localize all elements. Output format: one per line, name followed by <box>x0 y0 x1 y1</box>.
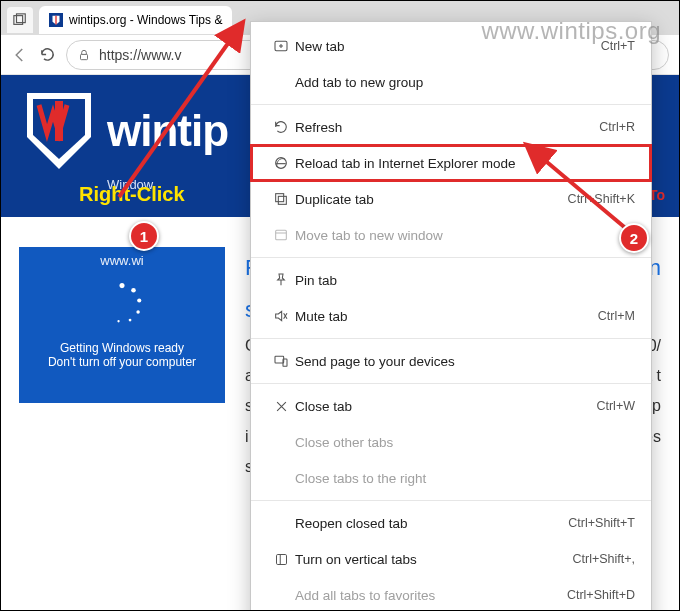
wintips-logo-icon <box>19 87 99 175</box>
lbl: Reopen closed tab <box>295 516 568 531</box>
separator <box>251 338 651 339</box>
svg-point-6 <box>131 288 136 293</box>
sc: Ctrl+Shift+, <box>572 552 635 566</box>
menu-add-favorites: Add all tabs to favorites Ctrl+Shift+D <box>251 577 651 611</box>
lbl: Close other tabs <box>295 435 635 450</box>
svg-line-21 <box>529 147 629 231</box>
refresh-icon <box>39 46 56 63</box>
back-button[interactable] <box>11 46 29 64</box>
lbl: Close tabs to the right <box>295 471 635 486</box>
site-favicon-icon <box>49 13 63 27</box>
menu-vertical-tabs[interactable]: Turn on vertical tabs Ctrl+Shift+, <box>251 541 651 577</box>
menu-mute[interactable]: Mute tab Ctrl+M <box>251 298 651 334</box>
separator <box>251 500 651 501</box>
window-icon <box>273 227 289 243</box>
arrow-left-icon <box>11 46 29 64</box>
lbl: Turn on vertical tabs <box>295 552 572 567</box>
svg-rect-16 <box>275 356 284 363</box>
lbl: Pin tab <box>295 273 635 288</box>
lbl: Mute tab <box>295 309 598 324</box>
menu-reopen[interactable]: Reopen closed tab Ctrl+Shift+T <box>251 505 651 541</box>
devices-icon <box>273 353 289 369</box>
annotation-badge-1: 1 <box>129 221 159 251</box>
b4a: i <box>245 428 249 445</box>
svg-rect-13 <box>276 194 284 202</box>
tab-actions-icon <box>13 13 27 27</box>
watermark-text: www.wintips.org <box>481 17 661 45</box>
menu-pin[interactable]: Pin tab <box>251 262 651 298</box>
menu-close-other: Close other tabs <box>251 424 651 460</box>
lbl: Close tab <box>295 399 596 414</box>
thumb-watermark: www.wi <box>100 253 143 268</box>
vertical-tabs-icon <box>274 552 289 567</box>
mute-icon <box>273 308 289 324</box>
lbl: Refresh <box>295 120 599 135</box>
lbl: Add tab to new group <box>295 75 635 90</box>
svg-point-7 <box>137 298 141 302</box>
refresh-icon <box>273 119 289 135</box>
sc: Ctrl+M <box>598 309 635 323</box>
menu-add-group[interactable]: Add tab to new group <box>251 64 651 100</box>
menu-close[interactable]: Close tab Ctrl+W <box>251 388 651 424</box>
separator <box>251 383 651 384</box>
annotation-arrow-1 <box>89 17 259 207</box>
svg-point-8 <box>136 310 139 313</box>
svg-point-10 <box>117 320 119 322</box>
thumb-line2: Don't turn off your computer <box>48 355 196 369</box>
svg-point-5 <box>119 283 124 288</box>
ie-icon <box>273 155 289 171</box>
separator <box>251 104 651 105</box>
lbl: Send page to your devices <box>295 354 635 369</box>
svg-line-20 <box>119 25 241 197</box>
lbl: Add all tabs to favorites <box>295 588 567 603</box>
thumb-line1: Getting Windows ready <box>60 341 184 355</box>
sc: Ctrl+R <box>599 120 635 134</box>
svg-rect-4 <box>55 101 63 141</box>
tab-context-menu: New tab Ctrl+T Add tab to new group Refr… <box>250 21 652 611</box>
annotation-badge-2: 2 <box>619 223 649 253</box>
sc: Ctrl+W <box>596 399 635 413</box>
svg-rect-14 <box>278 196 286 204</box>
duplicate-icon <box>273 191 289 207</box>
svg-rect-3 <box>81 54 88 59</box>
menu-close-right: Close tabs to the right <box>251 460 651 496</box>
new-tab-icon <box>273 38 289 54</box>
refresh-button[interactable] <box>39 46 56 63</box>
sc: Ctrl+Shift+D <box>567 588 635 602</box>
pin-icon <box>273 272 289 288</box>
article-thumbnail[interactable]: www.wi Getting Windows ready Don't turn … <box>19 247 225 403</box>
menu-send-devices[interactable]: Send page to your devices <box>251 343 651 379</box>
svg-rect-15 <box>276 230 287 239</box>
svg-rect-18 <box>276 554 286 564</box>
tab-actions-button[interactable] <box>7 7 33 33</box>
separator <box>251 257 651 258</box>
sc: Ctrl+Shift+T <box>568 516 635 530</box>
loading-spinner-icon <box>99 281 145 327</box>
svg-point-9 <box>129 319 132 322</box>
close-icon <box>274 399 289 414</box>
